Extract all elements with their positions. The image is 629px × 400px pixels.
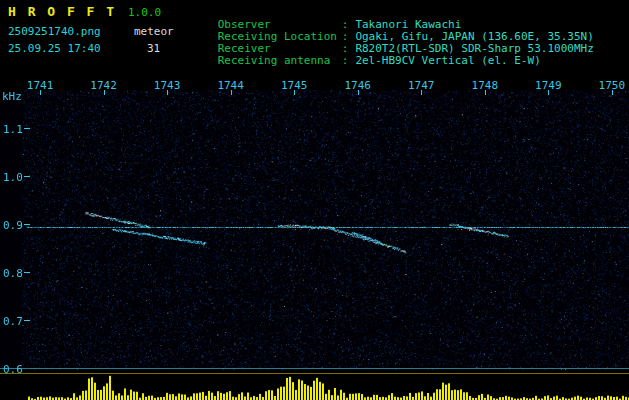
freq-tick-label: 0.9 (3, 219, 24, 232)
hrofft-screen: H R O F F T 1.0.0 2509251740.png meteor … (0, 0, 629, 400)
amplitude-canvas (0, 370, 629, 400)
freq-tick-label: 1.0 (3, 171, 24, 184)
info-separator: : (342, 54, 349, 67)
freq-tick-label: 1.1 (3, 123, 24, 136)
freq-tick-label: 0.7 (3, 315, 24, 328)
app-version: 1.0.0 (128, 6, 161, 19)
info-label-antenna: Receiving antenna (218, 55, 342, 67)
info-value-antenna: 2el-HB9CV Vertical (el. E-W) (355, 54, 540, 67)
info-row-antenna: Receiving antenna:2el-HB9CV Vertical (el… (178, 43, 541, 79)
freq-tick-label: 0.8 (3, 267, 24, 280)
freq-tick-label: 0.6 (3, 363, 24, 376)
app-title: H R O F F T (8, 4, 116, 19)
output-filename: 2509251740.png (8, 26, 101, 37)
file-counter: 31 (147, 43, 160, 54)
header: H R O F F T 1.0.0 2509251740.png meteor … (0, 0, 629, 78)
observation-datetime: 25.09.25 17:40 (8, 43, 101, 54)
spectrogram-canvas (0, 90, 629, 370)
mode-label: meteor (134, 26, 174, 37)
freq-axis-unit: kHz (2, 90, 22, 103)
